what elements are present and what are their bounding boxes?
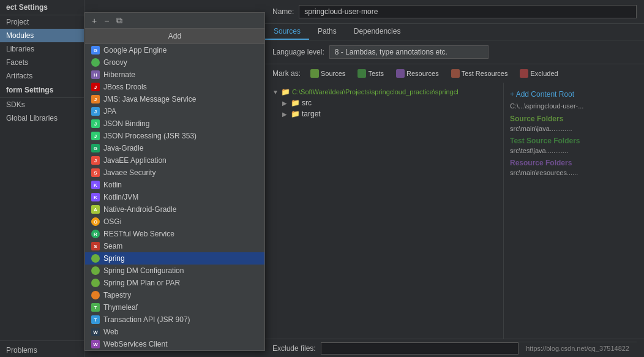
dropdown-item-javaee-application[interactable]: JJavaEE Application	[85, 154, 264, 167]
dropdown-item-groovy[interactable]: Groovy	[85, 56, 264, 69]
tree-toggle-root[interactable]: ▼	[272, 89, 281, 96]
thymeleaf-icon: T	[91, 303, 100, 312]
main-content: Name: Sources Paths Dependencies Languag…	[265, 0, 644, 357]
dropdown-item-spring-dm-configuration[interactable]: Spring DM Configuration	[85, 265, 264, 277]
dropdown-item-label: Seam	[103, 242, 122, 250]
seam-icon: S	[91, 242, 100, 250]
dropdown-item-thymeleaf[interactable]: TThymeleaf	[85, 301, 264, 314]
ws-icon: W	[91, 340, 100, 348]
sidebar-section-project-settings: ect Settings	[0, 0, 84, 15]
folder-icon-target: 📁	[291, 110, 299, 118]
dropdown-item-label: JSON Binding	[103, 119, 149, 128]
dropdown-item-kotlin/jvm[interactable]: KKotlin/JVM	[85, 191, 264, 203]
dropdown-item-json-binding[interactable]: JJSON Binding	[85, 118, 264, 130]
tree-toggle-src[interactable]: ▶	[282, 100, 291, 107]
dropdown-item-java-gradle[interactable]: GJava-Gradle	[85, 142, 264, 154]
dropdown-item-label: Transaction API (JSR 907)	[103, 315, 190, 324]
add-content-root-button[interactable]: + Add Content Root	[504, 88, 644, 101]
copy-button[interactable]: ⧉	[113, 14, 125, 27]
tree-toggle-target[interactable]: ▶	[282, 111, 291, 118]
tab-sources[interactable]: Sources	[265, 24, 309, 40]
dropdown-item-jboss-drools[interactable]: JJBoss Drools	[85, 81, 264, 93]
hibernate-icon: H	[91, 70, 100, 79]
dropdown-item-label: Spring	[103, 254, 125, 263]
dropdown-item-label: JPA	[103, 107, 116, 116]
test-resources-icon	[451, 69, 460, 78]
dropdown-item-label: Java-Gradle	[103, 144, 143, 152]
dropdown-item-javaee-security[interactable]: SJavaee Security	[85, 167, 264, 179]
tests-icon	[358, 69, 366, 78]
language-level-select[interactable]: 8 - Lambdas, type annotations etc. 11 - …	[329, 45, 489, 59]
name-input[interactable]	[299, 5, 637, 18]
tree-row-target[interactable]: ▶ 📁 target	[265, 108, 503, 119]
dropdown-item-label: JMS: Java Message Service	[103, 95, 196, 103]
android-icon: A	[91, 205, 100, 214]
tree-row-root[interactable]: ▼ 📁 C:\SoftWare\Idea\Projects\springclou…	[265, 86, 503, 97]
mark-resources-button[interactable]: Resources	[391, 68, 444, 79]
dropdown-item-jpa[interactable]: JJPA	[85, 105, 264, 118]
dropdown-item-spring-dm-plan-or-par[interactable]: Spring DM Plan or PAR	[85, 277, 264, 289]
dropdown-item-jms:-java-message-service[interactable]: JJMS: Java Message Service	[85, 93, 264, 105]
dropdown-item-webservices-client[interactable]: WWebServices Client	[85, 338, 264, 350]
jboss-icon: J	[91, 83, 100, 91]
jpa-icon: J	[91, 107, 100, 116]
dropdown-item-restful-web-service[interactable]: RRESTful Web Service	[85, 228, 264, 240]
spring-dm-icon	[91, 279, 100, 287]
dropdown-item-spring[interactable]: Spring	[85, 252, 264, 265]
file-tree[interactable]: ▼ 📁 C:\SoftWare\Idea\Projects\springclou…	[265, 83, 503, 339]
dropdown-item-transaction-api-(jsr-907)[interactable]: TTransaction API (JSR 907)	[85, 314, 264, 326]
dropdown-item-kotlin[interactable]: KKotlin	[85, 179, 264, 191]
dropdown-list: GGoogle App EngineGroovyHHibernateJJBoss…	[85, 44, 264, 350]
sidebar-section-form-settings: form Settings	[0, 83, 84, 98]
test-source-folders-detail: src\test\java............	[504, 146, 644, 155]
google-icon: G	[91, 46, 100, 54]
dropdown-item-web[interactable]: WWeb	[85, 326, 264, 338]
dropdown-item-label: RESTful Web Service	[103, 230, 174, 238]
name-row: Name:	[265, 0, 644, 24]
tab-dependencies[interactable]: Dependencies	[345, 24, 410, 40]
sidebar-item-project[interactable]: Project	[0, 15, 84, 29]
name-label: Name:	[272, 7, 294, 16]
tree-row-src[interactable]: ▶ 📁 src	[265, 97, 503, 108]
mark-tests-button[interactable]: Tests	[353, 68, 389, 79]
kotlin-icon: K	[91, 193, 100, 201]
dropdown-item-json-processing-(jsr-353)[interactable]: JJSON Processing (JSR 353)	[85, 130, 264, 142]
sidebar-item-global-libraries[interactable]: Global Libraries	[0, 111, 84, 125]
right-panel: + Add Content Root C:\...\springcloud-us…	[503, 83, 644, 339]
tab-paths[interactable]: Paths	[309, 24, 345, 40]
tx-icon: T	[91, 315, 100, 324]
dropdown-item-label: Spring DM Plan or PAR	[103, 279, 180, 287]
mark-test-resources-button[interactable]: Test Resources	[446, 68, 513, 79]
dropdown-item-label: Kotlin	[103, 181, 122, 189]
web-icon: W	[91, 328, 100, 336]
dropdown-item-osgi[interactable]: OOSGi	[85, 216, 264, 228]
dropdown-item-native-android-gradle[interactable]: ANative-Android-Gradle	[85, 203, 264, 216]
dropdown-item-label: Javaee Security	[103, 168, 155, 177]
resource-folders-detail: src\main\resources......	[504, 168, 644, 177]
exclude-files-input[interactable]	[321, 342, 519, 355]
dropdown-item-seam[interactable]: SSeam	[85, 240, 264, 252]
sidebar-item-facets[interactable]: Facets	[0, 56, 84, 69]
spring-icon	[91, 254, 100, 263]
sidebar-item-sdks[interactable]: SDKs	[0, 98, 84, 111]
dropdown-item-label: Spring DM Configuration	[103, 266, 184, 275]
sidebar-item-problems[interactable]: Problems	[0, 344, 84, 357]
dropdown-item-tapestry[interactable]: Tapestry	[85, 289, 264, 301]
mark-excluded-button[interactable]: Excluded	[515, 68, 563, 79]
dropdown-item-label: Kotlin/JVM	[103, 193, 138, 201]
tree-label-target: target	[302, 110, 321, 118]
add-button[interactable]: +	[89, 15, 100, 27]
json-icon: J	[91, 132, 100, 140]
dropdown-item-label: JSON Processing (JSR 353)	[103, 132, 197, 140]
sidebar-item-modules[interactable]: Modules	[0, 29, 84, 42]
folder-icon-src: 📁	[291, 99, 299, 107]
mark-as-row: Mark as: Sources Tests Resources Test Re…	[265, 64, 644, 83]
mark-sources-button[interactable]: Sources	[305, 68, 350, 79]
security-icon: S	[91, 168, 100, 177]
sidebar-item-artifacts[interactable]: Artifacts	[0, 69, 84, 83]
exclude-files-row: Exclude files: https://blog.csdn.net/qq_…	[265, 339, 644, 357]
dropdown-item-google-app-engine[interactable]: GGoogle App Engine	[85, 44, 264, 56]
dropdown-item-hibernate[interactable]: HHibernate	[85, 69, 264, 81]
sidebar-item-libraries[interactable]: Libraries	[0, 42, 84, 56]
remove-button[interactable]: −	[101, 15, 112, 27]
